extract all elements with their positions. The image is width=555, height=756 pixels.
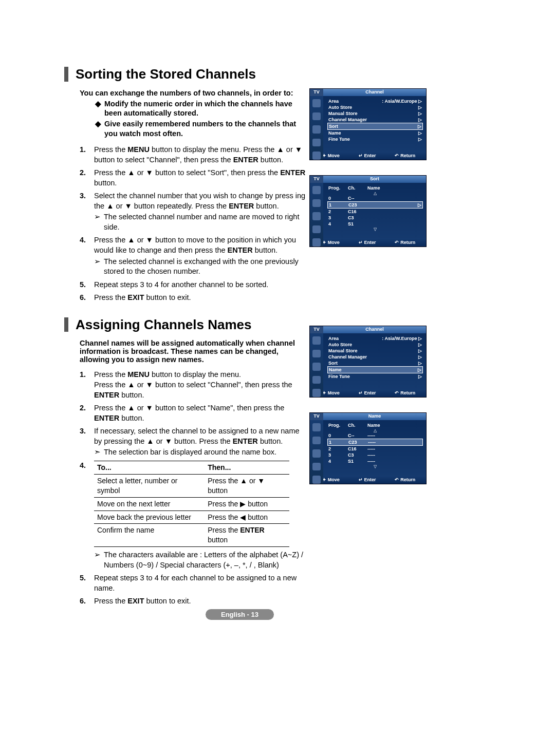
osd-channel-name: TVChannel Area: Asia/W.Europe ▷ Auto Sto… (309, 326, 427, 398)
osd-item: Channel Manager (328, 117, 367, 122)
osd-col-ch: Ch. (348, 423, 367, 428)
osd-nav-return: ↶Return (393, 153, 415, 158)
osd-nav-return: ↶Return (393, 477, 415, 482)
osd-tablabel-tv: TV (310, 326, 323, 333)
sub-text: The characters available are : Letters o… (104, 550, 308, 570)
step-list-assigning: 1. Press the MENU button to display the … (80, 370, 308, 607)
osd-tablabel-tv: TV (310, 413, 323, 420)
osd-item: Sort (328, 361, 338, 366)
osd-nav-return: ↶Return (393, 240, 415, 245)
osd-nav-enter: ↵Enter (357, 240, 376, 245)
result-arrow-icon: ➢ (94, 212, 101, 232)
sub-text: The selected channel number and name are… (104, 212, 308, 232)
osd-title: Channel (323, 326, 426, 333)
osd-item: Fine Tune (328, 137, 350, 142)
triangle-right-icon: ▷ (418, 374, 422, 379)
osd-col-prog: Prog. (328, 423, 348, 428)
step-body: Press the MENU button to display the men… (94, 370, 308, 400)
triangle-right-icon: ▷ (418, 124, 421, 129)
triangle-right-icon: ▷ (418, 367, 421, 372)
osd-item: Auto Store (328, 342, 352, 347)
result-arrow-icon: ➣ (94, 447, 101, 458)
table-header-to: To... (94, 461, 205, 474)
osd-item: Area (328, 99, 339, 104)
osd-nav-move: ✦Move (321, 477, 340, 482)
table-row: Move back the previous letterPress the ◀… (94, 511, 289, 524)
table-row: Select a letter, number or symbolPress t… (94, 474, 289, 497)
osd-item: Channel Manager (328, 354, 367, 360)
triangle-down-icon: ▽ (327, 227, 423, 231)
step-body: If necessary, select the channel to be a… (94, 426, 308, 458)
osd-nav-enter: ↵Enter (357, 390, 376, 395)
osd-item: Manual Store (328, 111, 358, 116)
osd-name-list: TVName Prog.Ch.Name △ 0C------- 1C23----… (309, 412, 427, 484)
osd-nav-enter: ↵Enter (357, 153, 376, 158)
osd-title: Channel (323, 89, 426, 96)
osd-item: Name (328, 130, 341, 136)
sub-text: The selection bar is displayed around th… (104, 447, 276, 458)
step-body: Press the EXIT button to exit. (94, 596, 308, 607)
osd-item-selected: Sort (329, 124, 338, 129)
action-table: To...Then... Select a letter, number or … (94, 461, 289, 547)
osd-channel-sort: TVChannel Area: Asia/W.Europe ▷ Auto Sto… (309, 88, 427, 160)
osd-item-selected: Name (329, 367, 342, 372)
osd-nav-move: ✦Move (321, 240, 340, 245)
triangle-right-icon: ▷ (418, 99, 422, 104)
osd-item: Manual Store (328, 348, 358, 353)
osd-nav-move: ✦Move (321, 390, 340, 395)
osd-nav-move: ✦Move (321, 153, 340, 158)
bullet-text: Modify the numeric order in which the ch… (104, 99, 301, 119)
triangle-right-icon: ▷ (418, 117, 422, 122)
osd-title: Name (323, 413, 426, 420)
osd-nav-return: ↶Return (393, 390, 415, 395)
osd-value: : Asia/W.Europe (382, 336, 417, 341)
osd-col-ch: Ch. (348, 185, 367, 191)
step-body: To...Then... Select a letter, number or … (94, 461, 308, 570)
intro-assigning: Channel names will be assigned automatic… (80, 339, 301, 364)
osd-side-icons (310, 420, 323, 484)
triangle-right-icon: ▷ (418, 130, 422, 136)
step-body: Press the ▲ or ▼ button to select "Name"… (94, 403, 308, 423)
osd-side-icons (310, 183, 323, 247)
triangle-right-icon: ▷ (418, 137, 422, 142)
triangle-up-icon: △ (327, 428, 423, 432)
osd-row-selected: 1C23▷ (327, 201, 423, 209)
osd-item: Area (328, 336, 339, 341)
osd-item: Fine Tune (328, 374, 350, 379)
triangle-right-icon: ▷ (418, 348, 422, 353)
triangle-right-icon: ▷ (418, 361, 422, 366)
osd-tablabel-tv: TV (310, 89, 323, 96)
table-header-then: Then... (205, 461, 289, 474)
bullet-list-sorting: ◆Modify the numeric order in which the c… (95, 99, 301, 139)
triangle-down-icon: ▽ (327, 464, 423, 468)
table-row: Move on the next letterPress the ▶ butto… (94, 497, 289, 511)
intro-sorting: You can exchange the numbers of two chan… (80, 89, 306, 97)
osd-value: : Asia/W.Europe (382, 99, 417, 104)
osd-item: Auto Store (328, 105, 352, 110)
step-body: Repeat steps 3 to 4 for each channel to … (94, 573, 308, 593)
step-body: Press the EXIT button to exit. (94, 293, 308, 303)
result-arrow-icon: ➢ (94, 550, 101, 570)
step-body: Select the channel number that you wish … (94, 191, 308, 232)
step-list-sorting: 1. Press the MENU button to display the … (80, 145, 308, 303)
osd-col-prog: Prog. (328, 185, 348, 191)
triangle-right-icon: ▷ (418, 336, 422, 341)
step-body: Press the MENU button to display the men… (94, 145, 308, 165)
table-row: Confirm the namePress the ENTER button (94, 524, 289, 547)
diamond-icon: ◆ (95, 119, 101, 139)
diamond-icon: ◆ (95, 99, 101, 119)
triangle-up-icon: △ (327, 191, 423, 195)
osd-row-selected: 1C23----- (327, 439, 423, 446)
bullet-text: Give easily remembered numbers to the ch… (104, 119, 301, 139)
osd-col-name: Name (367, 423, 422, 428)
sub-text: The selected channel is exchanged with t… (104, 257, 308, 277)
triangle-right-icon: ▷ (418, 105, 422, 110)
osd-nav-enter: ↵Enter (357, 477, 376, 482)
osd-tablabel-tv: TV (310, 176, 323, 183)
step-body: Press the ▲ or ▼ button to move to the p… (94, 235, 308, 276)
result-arrow-icon: ➢ (94, 257, 101, 277)
triangle-right-icon: ▷ (418, 111, 422, 116)
step-body: Press the ▲ or ▼ button to select "Sort"… (94, 168, 308, 188)
osd-side-icons (310, 96, 323, 160)
osd-side-icons (310, 333, 323, 397)
